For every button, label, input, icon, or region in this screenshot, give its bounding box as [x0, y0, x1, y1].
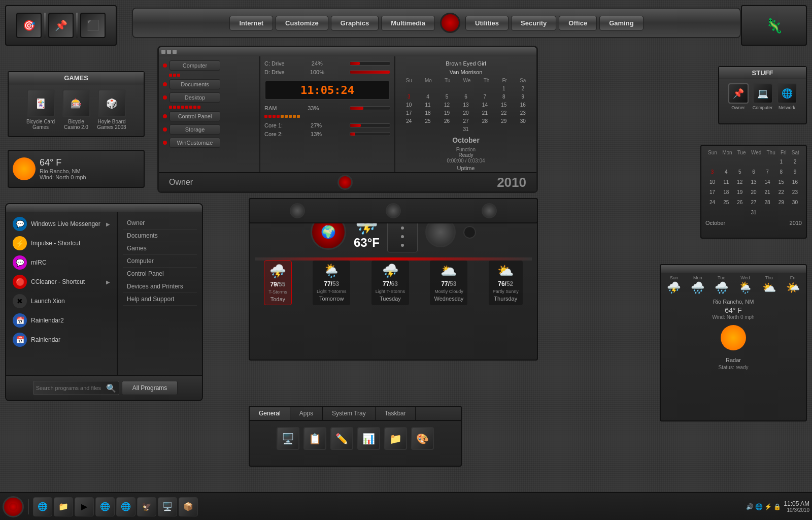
taskbar-app-box[interactable]: 📦	[179, 497, 198, 516]
cust-tab-general[interactable]: General	[250, 407, 290, 420]
taskbar-start-button[interactable]	[3, 496, 24, 517]
wrs-tue-icon: 🌧️	[715, 281, 728, 295]
start-item-ccleaner[interactable]: 🔴 CCleaner - Shortcut ▶	[9, 272, 114, 291]
start-icon-xion: ✖	[13, 294, 27, 308]
start-item-xion[interactable]: ✖ Launch Xion	[9, 291, 114, 311]
cust-tab-systemtray[interactable]: System Tray	[323, 407, 376, 420]
stuff-icon-computer[interactable]: 💻 Computer	[753, 83, 773, 110]
start-right-devices[interactable]: Devices and Printers	[123, 280, 197, 293]
start-menu: 💬 Windows Live Messenger ▶ ⚡ Impulse - S…	[5, 203, 203, 401]
sys-cdrive-bar	[350, 61, 390, 66]
weather-tuesday-temp: 77/63	[383, 280, 398, 287]
taskbar-app-chrome[interactable]: 🌐	[116, 497, 136, 516]
sys-row-storage[interactable]: Storage	[163, 124, 255, 135]
weather-ctrl-2[interactable]	[386, 203, 401, 218]
weather-location-left: Rio Rancho, NM	[40, 168, 86, 174]
nav-security[interactable]: Security	[511, 16, 556, 30]
sys-row-controlpanel[interactable]: Control Panel	[163, 111, 255, 121]
sys-row-desktop[interactable]: Desktop	[163, 92, 255, 103]
game-bicycle-casino[interactable]: 🎰 Bicycle Casino 2.0	[61, 89, 91, 130]
weather-wednesday-temp: 77/53	[441, 280, 456, 287]
start-right-controlpanel[interactable]: Control Panel	[123, 268, 197, 280]
start-item-rainlendar[interactable]: 📅 Rainlendar	[9, 330, 114, 349]
taskbar-app-media[interactable]: ▶	[75, 497, 94, 516]
start-right-computer[interactable]: Computer	[123, 255, 197, 268]
taskbar-right-area: 🔊 🌐 ⚡ 🔒 11:05 AM 10/3/2010	[746, 500, 809, 513]
ram-dot-4	[277, 115, 280, 118]
taskbar-app-eagle[interactable]: 🦅	[137, 497, 156, 516]
sys-core2-pct: 13%	[311, 131, 322, 137]
sys-metric-ram: RAM 33%	[264, 105, 390, 111]
nav-gaming[interactable]: Gaming	[599, 16, 643, 30]
start-search-box[interactable]: 🔍	[33, 381, 119, 395]
cust-icon-6[interactable]: 🎨	[411, 427, 434, 450]
taskbar-app-screen[interactable]: 🖥️	[158, 497, 177, 516]
sys-metric-core2: Core 2: 13%	[264, 131, 390, 137]
cust-icon-4[interactable]: 📊	[357, 427, 380, 450]
cust-icon-1[interactable]: 🖥️	[277, 427, 299, 450]
nav-internet[interactable]: Internet	[229, 16, 273, 30]
start-right-help[interactable]: Help and Support	[123, 293, 197, 306]
customize-panel: General Apps System Tray Taskbar 🖥️ 📋 ✏️…	[249, 406, 462, 467]
weather-thursday-temp: 76/52	[498, 280, 513, 287]
start-right-documents[interactable]: Documents	[123, 230, 197, 242]
cal-hdr-sun: Sun	[708, 150, 717, 155]
sys-cal-row3: 10111213141516	[399, 101, 532, 109]
weather-sun-icon	[13, 157, 36, 180]
cust-tab-taskbar[interactable]: Taskbar	[376, 407, 416, 420]
start-search-input[interactable]	[36, 385, 106, 391]
stuff-icon-network[interactable]: 🌐 Network	[777, 83, 797, 110]
start-item-mirc[interactable]: 💬 mIRC	[9, 253, 114, 272]
nav-graphics[interactable]: Graphics	[331, 16, 379, 30]
taskbar-app-ie[interactable]: 🌐	[33, 497, 52, 516]
start-label-messenger: Windows Live Messenger	[31, 220, 100, 228]
sys-dot-strip-8	[197, 106, 200, 109]
start-icon-messenger: 💬	[13, 217, 27, 231]
sys-indicator-wincustomize	[163, 141, 167, 145]
weather-ctrl-1[interactable]	[290, 203, 305, 218]
cust-tab-apps[interactable]: Apps	[290, 407, 323, 420]
sys-row-documents[interactable]: Documents	[163, 79, 255, 89]
nav-customize[interactable]: Customize	[276, 16, 328, 30]
weather-left-widget: 64° F Rio Rancho, NM Wind: North 0 mph	[8, 150, 145, 188]
taskbar-app-net[interactable]: 🌐	[95, 497, 115, 516]
sys-metric-core1: Core 1: 27%	[264, 122, 390, 128]
taskbar-app-folder[interactable]: 📁	[54, 497, 73, 516]
stuff-computer-label: Computer	[753, 105, 773, 110]
sys-ddrive-pct: 100%	[310, 69, 324, 75]
cust-icon-2[interactable]: 📋	[303, 427, 326, 450]
stuff-icon-owner[interactable]: 📌 Owner	[728, 83, 749, 110]
start-right-games[interactable]: Games	[123, 242, 197, 255]
wrs-mon-label: Mon	[693, 275, 702, 280]
taskbar-system-tray: 🔊 🌐 ⚡ 🔒	[746, 503, 781, 510]
start-item-rainlendar2[interactable]: 📅 Rainlendar2	[9, 311, 114, 330]
cust-icon-3[interactable]: ✏️	[330, 427, 353, 450]
start-item-impulse[interactable]: ⚡ Impulse - Shortcut	[9, 234, 114, 253]
stuff-icons-container: 📌 Owner 💻 Computer 🌐 Network	[719, 79, 806, 114]
games-panel: GAMES 🃏 Bicycle Card Games 🎰 Bicycle Cas…	[8, 71, 145, 137]
cust-icon-5[interactable]: 📁	[384, 427, 407, 450]
weather-forecast-row: ⛈️ 79/55 T-Storms Today 🌦️ 77/53 Light T…	[250, 261, 537, 310]
sys-left-panel: Computer Documents Desktop	[159, 56, 260, 191]
sys-red-button[interactable]	[337, 175, 353, 190]
weather-day-tomorrow: 🌦️ 77/53 Light T-Storms Tomorrow	[313, 261, 350, 305]
start-right-owner[interactable]: Owner	[123, 217, 197, 230]
sys-row-computer[interactable]: Computer	[163, 60, 255, 71]
logo-separator-2	[76, 13, 78, 38]
nav-center-button[interactable]	[440, 13, 460, 33]
sys-row-wincustomize[interactable]: WinCustomize	[163, 138, 255, 148]
start-item-messenger[interactable]: 💬 Windows Live Messenger ▶	[9, 214, 114, 234]
nav-office[interactable]: Office	[559, 16, 597, 30]
game-hoyle-board[interactable]: 🎲 Hoyle Board Games 2003	[96, 89, 127, 130]
weather-small-knob	[463, 226, 476, 239]
weather-ctrl-3[interactable]	[482, 203, 497, 218]
game-bicycle-cards[interactable]: 🃏 Bicycle Card Games	[25, 89, 56, 130]
all-programs-button[interactable]: All Programs	[122, 381, 178, 395]
cal-week4: 24252627282930	[705, 198, 802, 207]
tray-icon-3: ⚡	[764, 503, 772, 510]
weather-day-thursday: ⛅ 76/52 Partly Sunny Thursday	[489, 261, 523, 305]
nav-multimedia[interactable]: Multimedia	[381, 16, 435, 30]
start-menu-body: 💬 Windows Live Messenger ▶ ⚡ Impulse - S…	[6, 212, 202, 375]
ram-dot-9	[297, 115, 300, 118]
nav-utilities[interactable]: Utilities	[465, 16, 509, 30]
